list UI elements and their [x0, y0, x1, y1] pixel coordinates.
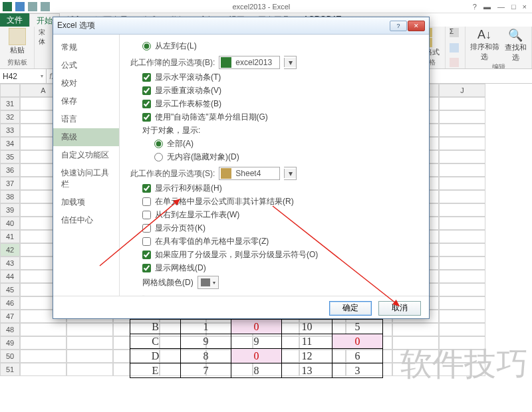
- gridcolor-button[interactable]: ▾: [198, 276, 219, 289]
- chk-hscroll[interactable]: [142, 73, 151, 82]
- cell[interactable]: [439, 336, 485, 350]
- table-cell[interactable]: 8: [181, 349, 231, 363]
- sidebar-item-1[interactable]: 公式: [53, 56, 119, 74]
- row-header-32[interactable]: 32: [0, 110, 20, 124]
- table-cell[interactable]: 0: [231, 320, 282, 334]
- table-cell[interactable]: C: [130, 334, 181, 349]
- ok-button[interactable]: 确定: [329, 301, 372, 316]
- ribbon-collapse-icon[interactable]: ▬: [483, 3, 491, 11]
- table-cell[interactable]: 7: [181, 363, 231, 378]
- row-header-46[interactable]: 46: [0, 296, 20, 310]
- sheet-select[interactable]: Sheet4: [219, 167, 280, 180]
- sidebar-item-4[interactable]: 语言: [53, 110, 119, 128]
- row-header-50[interactable]: 50: [0, 350, 20, 363]
- cell[interactable]: [20, 363, 66, 376]
- row-header-51[interactable]: 51: [0, 363, 20, 376]
- chk-rtl[interactable]: [142, 211, 151, 219]
- cell[interactable]: [439, 177, 485, 190]
- cell[interactable]: [439, 124, 485, 137]
- tab-file[interactable]: 文件: [0, 13, 29, 27]
- table-cell[interactable]: 13: [282, 363, 332, 378]
- row-header-43[interactable]: 43: [0, 257, 20, 270]
- cell[interactable]: [66, 336, 113, 350]
- chk-tabs[interactable]: [142, 100, 151, 108]
- cell[interactable]: [20, 350, 66, 363]
- clear-icon[interactable]: [450, 58, 459, 67]
- row-header-34[interactable]: 34: [0, 137, 20, 150]
- radio-obj-none[interactable]: [154, 153, 163, 161]
- chk-vscroll[interactable]: [142, 86, 151, 95]
- sort-filter-icon[interactable]: A↓: [469, 28, 499, 42]
- table-cell[interactable]: 11: [282, 334, 332, 349]
- table-cell[interactable]: 9: [231, 334, 282, 349]
- cell[interactable]: [66, 323, 113, 336]
- chk-zeros[interactable]: [142, 237, 151, 246]
- sidebar-item-8[interactable]: 加载项: [53, 193, 119, 211]
- autosum-icon[interactable]: Σ: [450, 28, 459, 37]
- table-cell[interactable]: 9: [181, 334, 231, 349]
- col-header-J[interactable]: J: [439, 84, 485, 97]
- workbook-select-dd[interactable]: ▾: [284, 56, 297, 69]
- cell[interactable]: [439, 363, 485, 376]
- find-select-icon[interactable]: 🔍: [503, 28, 527, 43]
- workbook-select[interactable]: excel2013: [219, 56, 280, 69]
- table-cell[interactable]: 5: [332, 320, 383, 334]
- cell[interactable]: [439, 230, 485, 243]
- direction-ltr-radio[interactable]: [142, 42, 151, 51]
- row-header-35[interactable]: 35: [0, 150, 20, 163]
- cell[interactable]: [439, 97, 485, 110]
- sidebar-item-5[interactable]: 高级: [53, 128, 119, 146]
- paste-button[interactable]: 粘贴: [4, 28, 30, 55]
- sidebar-item-9[interactable]: 信任中心: [53, 211, 119, 229]
- sidebar-item-3[interactable]: 保存: [53, 92, 119, 110]
- dialog-close-button[interactable]: ✕: [408, 21, 425, 31]
- sidebar-item-0[interactable]: 常规: [53, 39, 119, 56]
- row-header-33[interactable]: 33: [0, 124, 20, 137]
- font-family-partial[interactable]: 宋体: [39, 28, 50, 47]
- row-header-44[interactable]: 44: [0, 270, 20, 283]
- sheet-select-dd[interactable]: ▾: [284, 167, 297, 180]
- cell[interactable]: [439, 163, 485, 177]
- cell[interactable]: [439, 350, 485, 363]
- name-box[interactable]: H42 ▾: [0, 69, 47, 83]
- radio-obj-all[interactable]: [154, 140, 163, 148]
- table-cell[interactable]: E: [130, 363, 181, 378]
- row-header-40[interactable]: 40: [0, 217, 20, 230]
- cell[interactable]: [439, 203, 485, 217]
- table-cell[interactable]: 0: [231, 349, 282, 363]
- fill-icon[interactable]: [450, 43, 459, 52]
- chk-autofilter[interactable]: [142, 113, 151, 122]
- table-cell[interactable]: 3: [332, 363, 383, 378]
- table-cell[interactable]: 8: [231, 363, 282, 378]
- cell[interactable]: [439, 323, 485, 336]
- table-cell[interactable]: 0: [332, 334, 383, 349]
- row-header-48[interactable]: 48: [0, 323, 20, 336]
- cell[interactable]: [20, 323, 66, 336]
- close-icon[interactable]: ×: [523, 3, 527, 11]
- cell[interactable]: [439, 217, 485, 230]
- table-cell[interactable]: 12: [282, 349, 332, 363]
- min-icon[interactable]: —: [497, 3, 505, 11]
- chk-formulas[interactable]: [142, 197, 151, 206]
- row-header-38[interactable]: 38: [0, 190, 20, 203]
- name-box-dropdown-icon[interactable]: ▾: [41, 73, 43, 79]
- cell[interactable]: [20, 336, 66, 350]
- select-all-corner[interactable]: [0, 84, 20, 97]
- table-cell[interactable]: D: [130, 349, 181, 363]
- chk-headers[interactable]: [142, 184, 151, 193]
- row-header-42[interactable]: 42: [0, 243, 20, 257]
- cell[interactable]: [66, 350, 113, 363]
- table-cell[interactable]: 6: [332, 349, 383, 363]
- row-header-31[interactable]: 31: [0, 97, 20, 110]
- row-header-41[interactable]: 41: [0, 230, 20, 243]
- ribbon-help-icon[interactable]: ?: [473, 3, 477, 11]
- row-header-47[interactable]: 47: [0, 310, 20, 323]
- cancel-button[interactable]: 取消: [378, 301, 421, 316]
- cell[interactable]: [439, 283, 485, 296]
- cell[interactable]: [439, 190, 485, 203]
- dialog-help-button[interactable]: ?: [390, 21, 407, 31]
- cell[interactable]: [439, 150, 485, 163]
- table-cell[interactable]: 10: [282, 320, 332, 334]
- qat-redo-icon[interactable]: [41, 2, 50, 11]
- cell[interactable]: [439, 296, 485, 310]
